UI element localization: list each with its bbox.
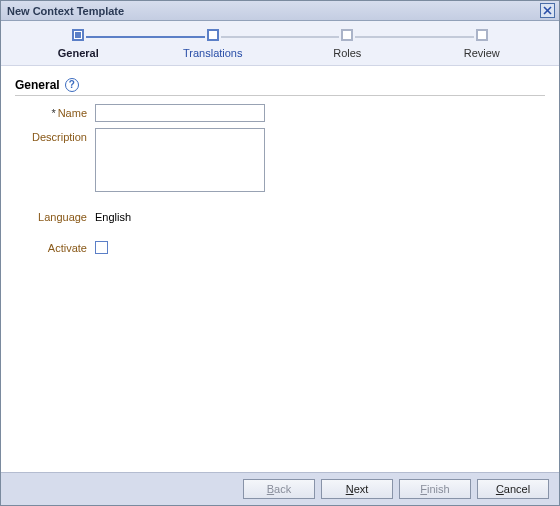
wizard-step-bar: General Translations Roles Review — [1, 21, 559, 66]
back-button: Back — [243, 479, 315, 499]
close-icon — [543, 6, 552, 15]
form-row-name: *Name — [15, 104, 545, 122]
step-box-icon — [341, 29, 353, 41]
description-textarea[interactable] — [95, 128, 265, 192]
title-bar: New Context Template — [1, 1, 559, 21]
wizard-step-general[interactable]: General — [11, 29, 146, 59]
step-connector — [86, 36, 205, 38]
form-row-activate: Activate — [15, 239, 545, 254]
button-label: Finish — [420, 483, 449, 495]
button-label: Back — [267, 483, 291, 495]
button-label: Next — [346, 483, 369, 495]
step-label: Roles — [280, 47, 415, 59]
finish-button: Finish — [399, 479, 471, 499]
content-area: General ? *Name Description Language Eng… — [1, 66, 559, 472]
language-value: English — [95, 208, 131, 223]
section-title: General — [15, 78, 60, 92]
name-label: *Name — [15, 104, 95, 119]
section-divider — [15, 95, 545, 96]
step-label: Review — [415, 47, 550, 59]
step-connector — [221, 36, 340, 38]
step-box-icon — [476, 29, 488, 41]
activate-checkbox[interactable] — [95, 241, 108, 254]
next-button[interactable]: Next — [321, 479, 393, 499]
step-box-icon — [72, 29, 84, 41]
step-label: Translations — [146, 47, 281, 59]
section-header: General ? — [15, 78, 545, 92]
close-button[interactable] — [540, 3, 555, 18]
dialog-title: New Context Template — [7, 5, 540, 17]
language-label: Language — [15, 208, 95, 223]
step-box-icon — [207, 29, 219, 41]
wizard-step-roles[interactable]: Roles — [280, 29, 415, 59]
description-label: Description — [15, 128, 95, 143]
form-row-language: Language English — [15, 208, 545, 223]
wizard-step-translations[interactable]: Translations — [146, 29, 281, 59]
cancel-button[interactable]: Cancel — [477, 479, 549, 499]
dialog-window: New Context Template General Translation… — [0, 0, 560, 506]
activate-label: Activate — [15, 239, 95, 254]
form-row-description: Description — [15, 128, 545, 192]
wizard-step-review[interactable]: Review — [415, 29, 550, 59]
button-bar: Back Next Finish Cancel — [1, 472, 559, 505]
name-input[interactable] — [95, 104, 265, 122]
step-label: General — [11, 47, 146, 59]
step-connector — [355, 36, 474, 38]
help-icon[interactable]: ? — [65, 78, 79, 92]
button-label: Cancel — [496, 483, 530, 495]
